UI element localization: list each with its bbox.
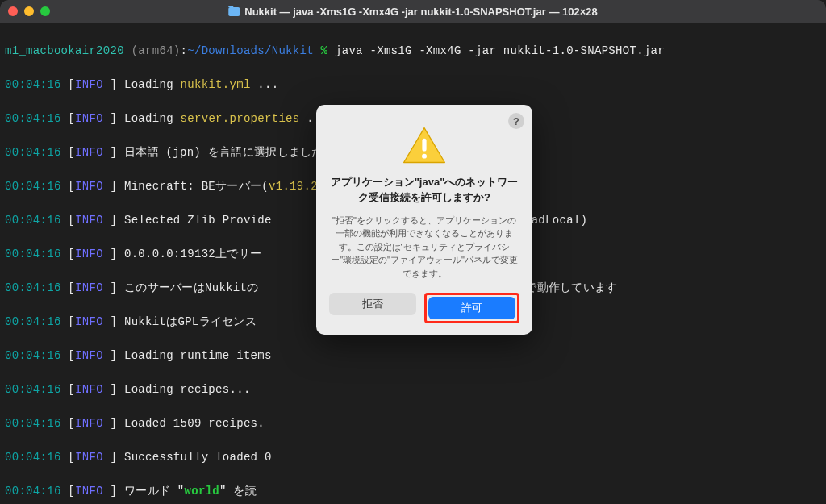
svg-point-1 xyxy=(422,154,427,159)
dialog-body: "拒否"をクリックすると、アプリケーションの一部の機能が利用できなくなることがあ… xyxy=(329,214,519,281)
help-button[interactable]: ? xyxy=(508,113,524,129)
log-line: 00:04:16 [INFO ] Successfully loaded 0 xyxy=(5,449,821,466)
log-line: 00:04:16 [INFO ] Loaded 1509 recipes. xyxy=(5,415,821,432)
dialog-title: アプリケーション"java"へのネットワーク受信接続を許可しますか? xyxy=(329,175,519,206)
dialog-buttons: 拒否 許可 xyxy=(329,293,519,323)
log-line: 00:04:16 [INFO ] ワールド "world" を読 xyxy=(5,483,821,500)
deny-button[interactable]: 拒否 xyxy=(329,293,416,315)
prompt-line: m1_macbookair2020 (arm64):~/Downloads/Nu… xyxy=(5,43,821,60)
log-line: 00:04:16 [INFO ] Loading runtime items xyxy=(5,348,821,364)
zoom-window-button[interactable] xyxy=(40,6,50,16)
window-titlebar: Nukkit — java -Xms1G -Xmx4G -jar nukkit-… xyxy=(0,0,826,23)
svg-rect-0 xyxy=(422,139,426,152)
window-title-text: Nukkit — java -Xms1G -Xmx4G -jar nukkit-… xyxy=(244,6,597,18)
warning-icon xyxy=(402,126,447,165)
log-line: 00:04:16 [INFO ] Loading recipes... xyxy=(5,381,821,398)
window-title: Nukkit — java -Xms1G -Xmx4G -jar nukkit-… xyxy=(228,6,597,18)
firewall-dialog: ? アプリケーション"java"へのネットワーク受信接続を許可しますか? "拒否… xyxy=(316,105,532,335)
allow-highlight: 許可 xyxy=(424,293,519,323)
folder-icon xyxy=(228,7,240,16)
log-line: 00:04:16 [INFO ] Loading nukkit.yml ... xyxy=(5,77,821,94)
traffic-lights xyxy=(8,6,50,16)
allow-button[interactable]: 許可 xyxy=(428,297,515,319)
close-window-button[interactable] xyxy=(8,6,18,16)
minimize-window-button[interactable] xyxy=(24,6,34,16)
